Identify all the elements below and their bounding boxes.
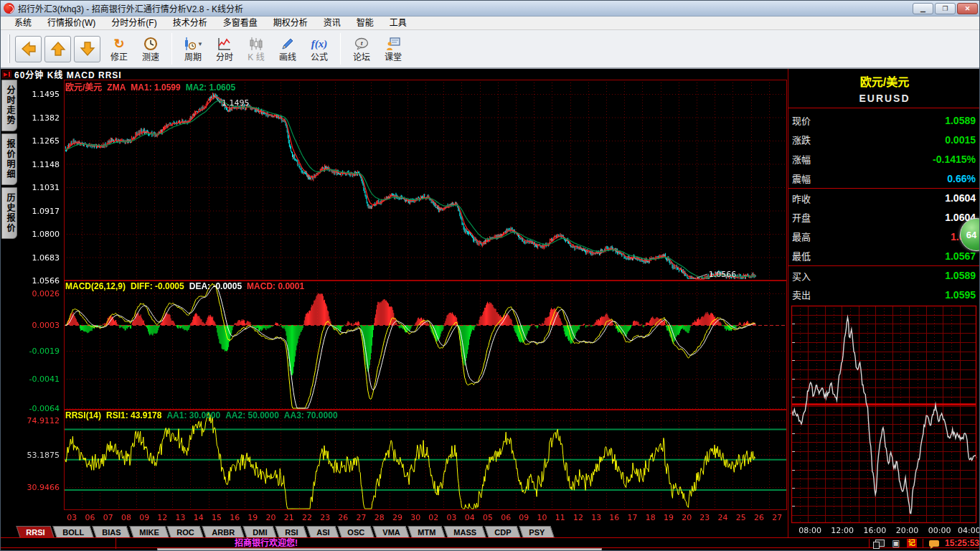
- down-button[interactable]: [74, 36, 100, 62]
- side-tab-3[interactable]: 历史报价: [1, 187, 17, 239]
- up-button[interactable]: [44, 36, 71, 62]
- horizontal-scrollbar[interactable]: [157, 548, 602, 551]
- indicator-tab-label: ASI: [316, 527, 329, 538]
- indicator-tab-arbr[interactable]: ARBR: [202, 526, 245, 537]
- formula-label: 公式: [311, 52, 328, 63]
- indicator-tab-rsi[interactable]: RSI: [275, 526, 308, 537]
- main-chart-canvas[interactable]: [18, 80, 788, 524]
- speedtest-button[interactable]: 测速: [135, 32, 166, 65]
- indicator-tab-bias[interactable]: BIAS: [93, 526, 131, 537]
- legend-item: MACD: 0.0001: [247, 281, 304, 291]
- quote-value: 1.0604: [945, 192, 976, 204]
- indicator-tab-label: RRSI: [26, 527, 44, 538]
- quote-rows: 现价1.0589涨跌0.0015涨幅-0.1415%震幅0.66%昨收1.060…: [788, 110, 980, 304]
- computer-icon[interactable]: [872, 539, 888, 548]
- trend-line-icon: [217, 37, 232, 51]
- intraday-button[interactable]: 分时: [209, 32, 240, 65]
- status-clock: 15:25:53: [945, 538, 979, 548]
- toolbar-grip[interactable]: [8, 34, 10, 63]
- indicator-tab-vma[interactable]: VMA: [372, 526, 410, 537]
- correct-button[interactable]: ↻ 修正: [103, 32, 135, 65]
- period-button[interactable]: ▼ 周期: [177, 32, 209, 65]
- intraday-mini-chart-canvas[interactable]: [790, 304, 979, 537]
- quote-label: 涨跌: [792, 133, 811, 146]
- menu-item-3[interactable]: 分时分析(F): [103, 17, 164, 30]
- forum-label: 论坛: [353, 52, 370, 63]
- instrument-name: 欧元/美元: [788, 69, 980, 90]
- close-button[interactable]: ✕: [957, 3, 978, 14]
- svg-text:t: t: [361, 40, 363, 47]
- note-icon[interactable]: 记: [904, 539, 920, 548]
- draw-line-button[interactable]: 画线: [272, 32, 303, 65]
- quote-row-9: 买入1.0589: [788, 265, 980, 285]
- chat-icon[interactable]: [926, 539, 942, 548]
- chevron-down-icon: ▼: [197, 41, 203, 47]
- formula-button[interactable]: f(x) 公式: [303, 32, 335, 65]
- menu-item-6[interactable]: 期权分析: [265, 17, 316, 30]
- side-tab-2[interactable]: 报价明细: [1, 133, 17, 185]
- alarm-icon[interactable]: ▣: [888, 539, 904, 548]
- quote-label: 最低: [792, 249, 811, 263]
- candlestick-icon: [249, 37, 263, 51]
- quote-value: 1.0589: [945, 270, 976, 281]
- indicator-tab-mass[interactable]: MASS: [444, 526, 486, 537]
- quote-label: 卖出: [792, 288, 811, 301]
- menu-item-9[interactable]: 工具: [382, 17, 415, 30]
- legend-item: ZMA: [107, 83, 126, 93]
- draw-line-label: 画线: [279, 52, 296, 63]
- intraday-label: 分时: [216, 52, 233, 63]
- menu-item-8[interactable]: 智能: [349, 17, 382, 30]
- quote-value: -0.1415%: [933, 154, 976, 165]
- indicator-tab-rrsi[interactable]: RRSI: [16, 526, 54, 537]
- menu-item-1[interactable]: 系统: [6, 17, 39, 30]
- quote-value: 0.0015: [945, 134, 976, 146]
- forum-button[interactable]: t 论坛: [346, 32, 377, 65]
- legend-item: 欧元/美元: [65, 83, 102, 93]
- back-button[interactable]: [15, 36, 42, 62]
- quote-row-1: 现价1.0589: [788, 110, 980, 130]
- menu-item-5[interactable]: 多窗看盘: [215, 17, 265, 30]
- arrow-down-icon: [79, 40, 96, 57]
- app-logo-icon: [4, 3, 14, 14]
- menu-item-4[interactable]: 技术分析: [165, 17, 215, 30]
- kline-label: K 线: [248, 52, 264, 63]
- period-icon: [183, 37, 196, 51]
- quote-row-8: 最低1.0567: [788, 246, 980, 265]
- indicator-tab-label: RSI: [286, 527, 298, 538]
- minimize-button[interactable]: ▁: [913, 3, 933, 14]
- indicator-tab-roc[interactable]: ROC: [166, 526, 204, 537]
- kline-button[interactable]: K 线: [240, 32, 272, 65]
- main-chart-legend: 欧元/美元ZMAMA1: 1.0599MA2: 1.0605: [65, 80, 240, 93]
- arrow-left-icon: [20, 40, 37, 57]
- classroom-icon: [386, 37, 400, 51]
- indicator-tab-mtm[interactable]: MTM: [408, 526, 446, 537]
- indicator-tab-dmi[interactable]: DMI: [243, 526, 277, 537]
- window-title: 招行外汇3(fxhq3) - 招商银行外汇通行情分析V2.8 - K线分析: [18, 2, 243, 14]
- indicator-tab-label: CDP: [495, 527, 512, 538]
- indicator-tab-label: ROC: [176, 527, 194, 538]
- indicator-tab-psy[interactable]: PSY: [519, 526, 555, 537]
- restore-button[interactable]: ❐: [935, 3, 956, 14]
- indicator-tab-asi[interactable]: ASI: [306, 526, 339, 537]
- menu-item-2[interactable]: 行情报价(W): [39, 17, 103, 30]
- toolbar-separator: [171, 33, 172, 65]
- classroom-button[interactable]: 课堂: [377, 32, 409, 65]
- side-tabs: 分时走势报价明细历史报价: [1, 80, 18, 241]
- menu-item-7[interactable]: 资讯: [316, 17, 349, 30]
- legend-item: AA3: 70.0000: [284, 410, 338, 420]
- legend-item: RRSI(14): [65, 410, 101, 420]
- indicator-tab-boll[interactable]: BOLL: [53, 526, 94, 537]
- indicator-tab-cdp[interactable]: CDP: [485, 526, 521, 537]
- instrument-symbol: EURUSD: [788, 90, 980, 108]
- quote-value: 1.0589: [945, 115, 976, 126]
- toolbar: ↻ 修正 测速 ▼ 周期: [1, 30, 980, 69]
- indicator-tab-osc[interactable]: OSC: [338, 526, 374, 537]
- quote-label: 买入: [792, 269, 811, 283]
- side-tab-1[interactable]: 分时走势: [1, 80, 17, 131]
- legend-item: MACD(26,12,9): [65, 281, 126, 291]
- quote-label: 现价: [792, 113, 811, 127]
- quote-label: 涨幅: [792, 152, 811, 166]
- quote-row-4: 震幅0.66%: [788, 169, 980, 188]
- indicator-tab-mike[interactable]: MIKE: [129, 526, 169, 537]
- legend-item: AA2: 50.0000: [225, 410, 279, 420]
